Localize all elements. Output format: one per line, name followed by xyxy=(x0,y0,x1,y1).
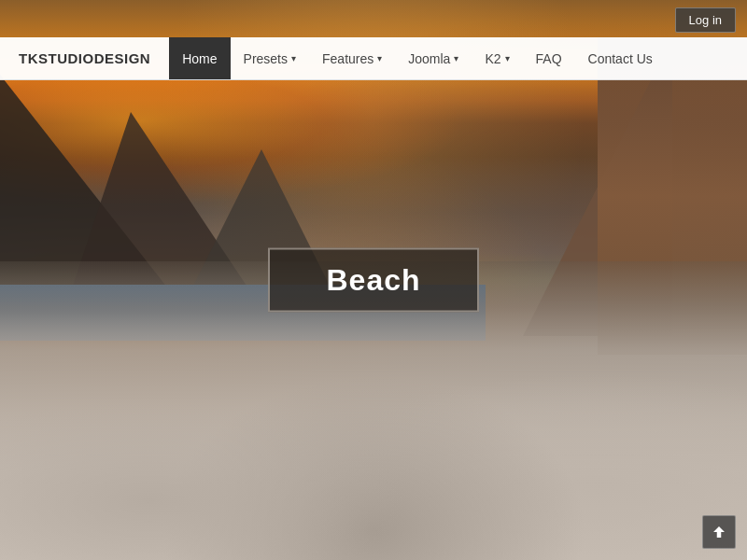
login-button-container: Log in xyxy=(675,7,736,33)
nav-item-contact[interactable]: Contact Us xyxy=(575,37,666,79)
nav-item-presets[interactable]: Presets ▾ xyxy=(231,37,309,79)
site-brand: TKSTUDIODESIGN xyxy=(0,50,169,66)
nav-item-contact-label: Contact Us xyxy=(588,51,653,66)
nav-item-k2-label: K2 xyxy=(485,51,500,66)
nav-item-joomla-label: Joomla xyxy=(408,51,450,66)
hero-title-text: Beach xyxy=(326,263,420,297)
scroll-to-top-button[interactable] xyxy=(702,515,736,549)
login-button[interactable]: Log in xyxy=(675,7,736,33)
chevron-down-icon: ▾ xyxy=(291,53,296,63)
chevron-down-icon: ▾ xyxy=(377,53,382,63)
nav-item-home-label: Home xyxy=(182,51,217,66)
nav-item-faq[interactable]: FAQ xyxy=(523,37,575,79)
chevron-down-icon: ▾ xyxy=(454,53,458,63)
nav-item-features-label: Features xyxy=(322,51,374,66)
nav-item-k2[interactable]: K2 ▾ xyxy=(472,37,522,79)
nav-item-home[interactable]: Home xyxy=(169,37,230,79)
nav-item-presets-label: Presets xyxy=(244,51,288,66)
hero-title-overlay: Beach xyxy=(140,248,607,313)
nav-items: Home Presets ▾ Features ▾ Joomla ▾ K2 ▾ … xyxy=(169,37,666,79)
arrow-up-icon xyxy=(711,524,727,540)
nav-item-features[interactable]: Features ▾ xyxy=(309,37,395,79)
hero-title-box: Beach xyxy=(268,248,478,313)
chevron-down-icon: ▾ xyxy=(505,53,510,63)
navbar: TKSTUDIODESIGN Home Presets ▾ Features ▾… xyxy=(0,37,747,80)
nav-item-faq-label: FAQ xyxy=(536,51,562,66)
nav-item-joomla[interactable]: Joomla ▾ xyxy=(395,37,472,79)
